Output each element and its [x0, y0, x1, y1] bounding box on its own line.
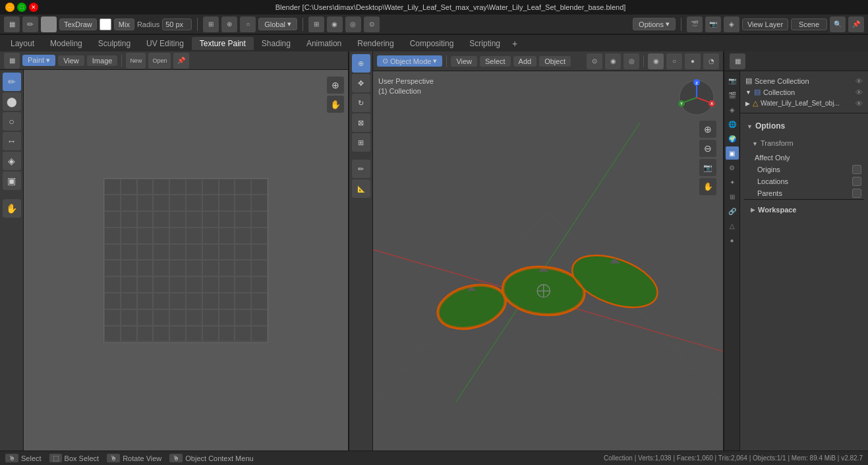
prop-tab-render[interactable]: 📷	[726, 74, 739, 87]
wireframe-shading[interactable]: ○	[666, 53, 682, 69]
brush-color-button[interactable]	[41, 16, 57, 32]
blend-mode-dropdown[interactable]: Mix	[114, 18, 134, 30]
rendered-shading[interactable]: ●	[685, 53, 701, 69]
prop-tab-constraints[interactable]: 🔗	[726, 204, 739, 218]
brush-name-dropdown[interactable]: TexDraw	[59, 18, 97, 30]
snap-button[interactable]: ⊞	[203, 16, 219, 32]
scale-tool-button[interactable]: ⊠	[352, 113, 370, 132]
3d-viewport[interactable]: User Perspective (1) Collection Z X	[373, 71, 723, 450]
tab-compositing[interactable]: Compositing	[402, 37, 462, 50]
select-menu[interactable]: Select	[480, 56, 511, 67]
solid-shading[interactable]: ◉	[648, 53, 664, 69]
brush-icon-button[interactable]: ✏	[22, 16, 38, 32]
add-menu[interactable]: Add	[513, 56, 537, 67]
tab-texture-paint[interactable]: Texture Paint	[192, 37, 254, 50]
tab-sculpting[interactable]: Sculpting	[90, 37, 138, 50]
options-button[interactable]: Options ▾	[633, 18, 676, 30]
prop-tab-view-layer[interactable]: ◈	[726, 103, 739, 116]
origins-checkbox[interactable]	[852, 165, 861, 174]
object-eye[interactable]: 👁	[855, 100, 863, 108]
scene-collection-eye[interactable]: 👁	[855, 77, 863, 85]
view-layer-icon[interactable]: ◈	[724, 16, 739, 32]
zoom-out-button[interactable]: ⊖	[699, 140, 716, 157]
render-engine-icon[interactable]: 🎬	[687, 16, 703, 32]
eevee-shading[interactable]: ◔	[703, 53, 719, 69]
mask-tool[interactable]: ▣	[3, 171, 21, 190]
object-mode-dropdown[interactable]: ⊙ Object Mode ▾	[377, 55, 442, 67]
transform-button[interactable]: ⊕	[221, 16, 237, 32]
annotate-tool-button[interactable]: ✏	[352, 160, 370, 178]
canvas-area[interactable]: ⊕ ✋	[24, 70, 348, 450]
scene-input[interactable]: Scene	[791, 18, 827, 30]
outliner-scene-collection[interactable]: ▤ Scene Collection 👁	[740, 75, 868, 86]
prop-tab-world[interactable]: 🌍	[726, 132, 739, 145]
search-button[interactable]: 🔍	[830, 16, 846, 32]
editor-type-button[interactable]: ▦	[4, 16, 20, 32]
close-button[interactable]: ✕	[29, 3, 38, 12]
editor-type-icon[interactable]: ▦	[4, 53, 20, 69]
transform-header[interactable]: ▼ Transform	[744, 136, 864, 152]
rotate-tool-button[interactable]: ↻	[352, 94, 370, 112]
options-header[interactable]: ▼ Options	[744, 117, 864, 136]
minimize-button[interactable]: −	[5, 3, 14, 12]
prop-tab-particles[interactable]: ✦	[726, 175, 739, 189]
tab-modeling[interactable]: Modeling	[42, 37, 90, 50]
pan-button[interactable]: ✋	[699, 178, 716, 195]
collection-eye[interactable]: 👁	[855, 88, 863, 96]
prop-tab-physics[interactable]: ⊞	[726, 190, 739, 203]
proportional4-button[interactable]: ⊙	[364, 16, 380, 32]
clone-tool[interactable]: ◈	[3, 152, 21, 170]
magnet-button[interactable]: ⊞	[308, 16, 324, 32]
measure-tool-button[interactable]: 📐	[352, 179, 370, 198]
view-menu[interactable]: View	[451, 56, 477, 67]
global-button[interactable]: Global ▾	[258, 18, 297, 30]
locations-checkbox[interactable]	[852, 177, 861, 186]
prop-tab-scene[interactable]: 🌐	[726, 117, 739, 131]
outliner-collection[interactable]: ▼ ▤ Collection 👁	[740, 86, 868, 98]
pin-image-button[interactable]: 📌	[173, 53, 189, 69]
prop-editor-icon[interactable]: ▦	[730, 53, 745, 69]
prop-tab-modifier[interactable]: ⚙	[726, 161, 739, 174]
viewport-overlays[interactable]: ◉	[605, 53, 621, 69]
new-image-button[interactable]: New	[126, 53, 146, 69]
smear-tool[interactable]: ↔	[3, 132, 21, 150]
viewport-gizmo-toggle[interactable]: ⊙	[587, 53, 602, 69]
workspace-header[interactable]: ▶ Workspace	[748, 204, 860, 216]
zoom-canvas-button[interactable]: ⊕	[327, 77, 344, 94]
color-swatch[interactable]	[100, 18, 111, 30]
tab-scripting[interactable]: Scripting	[461, 37, 508, 50]
tab-uv-editing[interactable]: UV Editing	[138, 37, 192, 50]
prop-tab-data[interactable]: △	[726, 219, 739, 232]
object-menu[interactable]: Object	[539, 56, 571, 67]
radius-input[interactable]: 50 px	[162, 18, 192, 30]
axis-gizmo[interactable]: Z X Y	[677, 78, 716, 117]
view-menu-btn[interactable]: View	[58, 55, 84, 66]
proportional-button[interactable]: ○	[240, 16, 256, 32]
prop-tab-object[interactable]: ▣	[726, 146, 739, 160]
zoom-in-button[interactable]: ⊕	[699, 121, 716, 138]
outliner-water-lily-object[interactable]: ▶ △ Water_Lily_Leaf_Set_obj... 👁	[740, 98, 868, 109]
xray-toggle[interactable]: ◎	[623, 53, 639, 69]
grab-pan-tool[interactable]: ✋	[3, 199, 21, 218]
camera-render-icon[interactable]: 📷	[705, 16, 721, 32]
tab-rendering[interactable]: Rendering	[349, 37, 401, 50]
parents-checkbox[interactable]	[852, 189, 861, 198]
prop-tab-material[interactable]: ●	[726, 233, 739, 247]
camera-button[interactable]: 📷	[699, 159, 716, 176]
soften-tool[interactable]: ○	[3, 112, 21, 131]
proportional2-button[interactable]: ◉	[327, 16, 343, 32]
prop-tab-output[interactable]: 🎬	[726, 88, 739, 102]
transform-tool-button[interactable]: ⊞	[352, 133, 370, 152]
add-workspace-button[interactable]: +	[508, 37, 521, 50]
tab-animation[interactable]: Animation	[299, 37, 349, 50]
view-layer-input[interactable]: View Layer	[742, 18, 788, 30]
open-image-button[interactable]: Open	[148, 53, 171, 69]
tab-layout[interactable]: Layout	[3, 37, 42, 50]
tab-shading[interactable]: Shading	[254, 37, 299, 50]
paint-mode-btn[interactable]: Paint ▾	[22, 55, 55, 66]
pin-button[interactable]: 📌	[848, 16, 864, 32]
proportional3-button[interactable]: ◎	[345, 16, 361, 32]
move-tool-button[interactable]: ✥	[352, 74, 370, 92]
cursor-tool-button[interactable]: ⊕	[352, 54, 370, 73]
maximize-button[interactable]: □	[17, 3, 26, 12]
